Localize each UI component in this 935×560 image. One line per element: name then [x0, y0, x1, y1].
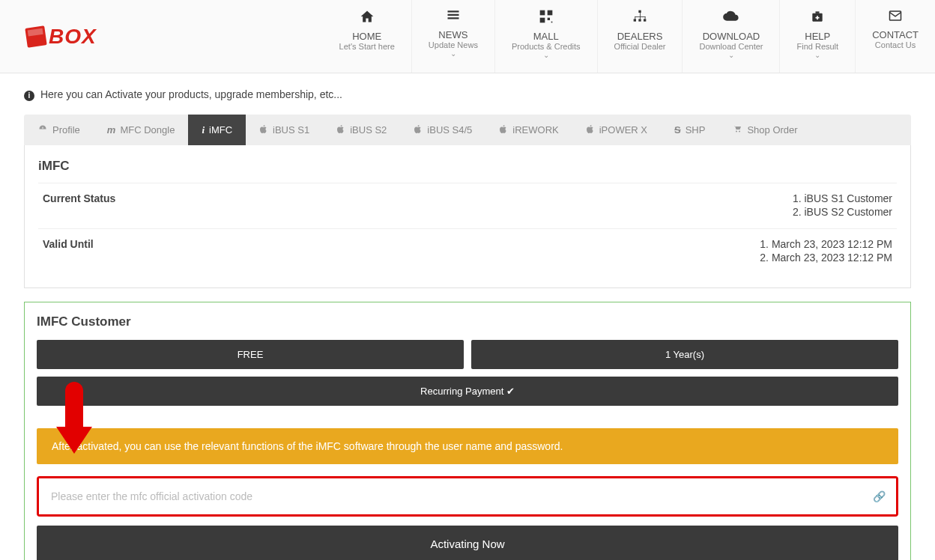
activation-alert: After activated, you can use the relevan… — [37, 428, 898, 464]
svg-rect-20 — [816, 17, 820, 19]
imfc-panel: iMFC Current Status 1. iBUS S1 Customer … — [24, 145, 911, 288]
svg-rect-15 — [640, 16, 641, 19]
tab-mfc-dongle[interactable]: mMFC Dongle — [94, 115, 189, 145]
apple-icon — [259, 124, 268, 136]
nav-download[interactable]: DOWNLOAD Download Center ⌄ — [682, 0, 779, 73]
svg-rect-3 — [539, 10, 545, 16]
m-icon: m — [107, 124, 116, 136]
news-icon — [429, 9, 478, 26]
valid-row: Valid Until 1. March 23, 2023 12:12 PM 2… — [38, 228, 897, 274]
help-icon — [796, 9, 838, 28]
nav-dealers[interactable]: DEALERS Official Dealer — [597, 0, 683, 73]
nav-news[interactable]: NEWS Update News ⌄ — [411, 0, 494, 73]
apple-icon — [499, 124, 508, 136]
chevron-down-icon: ⌄ — [796, 51, 838, 59]
tab-imfc[interactable]: iiMFC — [188, 115, 246, 145]
svg-point-23 — [739, 131, 740, 133]
svg-rect-11 — [634, 19, 636, 21]
cart-icon — [732, 124, 742, 136]
activation-code-input[interactable] — [39, 478, 896, 514]
customer-panel: IMFC Customer FREE 1 Year(s) Recurring P… — [24, 302, 911, 560]
info-icon: i — [24, 91, 34, 101]
activation-input-wrap: 🔗 — [37, 476, 898, 517]
logo[interactable]: BOX — [0, 10, 119, 64]
svg-rect-8 — [638, 10, 641, 13]
svg-rect-13 — [644, 19, 646, 21]
free-button[interactable]: FREE — [37, 340, 464, 369]
dashboard-icon — [37, 124, 48, 136]
tab-ibus-s1[interactable]: iBUS S1 — [246, 115, 323, 145]
svg-rect-12 — [638, 19, 641, 21]
apple-icon — [336, 124, 345, 136]
chevron-down-icon: ⌄ — [699, 51, 763, 59]
nav-mall[interactable]: MALL Products & Credits ⌄ — [494, 0, 597, 73]
svg-rect-5 — [539, 18, 545, 23]
nav-contact[interactable]: CONTACT Contact Us — [855, 0, 935, 73]
svg-rect-1 — [447, 14, 459, 16]
svg-rect-2 — [447, 17, 459, 19]
s-icon: S — [674, 124, 681, 136]
svg-rect-6 — [547, 18, 549, 20]
apple-icon — [414, 124, 423, 136]
tab-ibus-s4-5[interactable]: iBUS S4/5 — [400, 115, 485, 145]
home-icon — [339, 9, 395, 28]
svg-rect-18 — [816, 11, 820, 13]
svg-rect-4 — [547, 10, 552, 16]
apple-icon — [586, 124, 595, 136]
tab-irework[interactable]: iREWORK — [485, 115, 572, 145]
panel-title: iMFC — [38, 159, 897, 174]
status-row: Current Status 1. iBUS S1 Customer 2. iB… — [38, 183, 897, 228]
nav-home[interactable]: HOME Let's Start here — [323, 0, 411, 73]
link-icon: 🔗 — [873, 490, 886, 502]
svg-rect-16 — [645, 16, 646, 19]
tab-ibus-s2[interactable]: iBUS S2 — [323, 115, 400, 145]
svg-rect-7 — [551, 22, 552, 23]
check-icon: ✔ — [506, 386, 515, 397]
svg-rect-0 — [447, 10, 459, 12]
arrow-annotation — [59, 382, 89, 457]
contact-icon — [872, 9, 919, 26]
mall-icon — [512, 9, 581, 28]
svg-point-22 — [736, 131, 737, 133]
tab-shp[interactable]: SSHP — [661, 115, 718, 145]
chevron-down-icon: ⌄ — [429, 49, 478, 58]
svg-rect-9 — [640, 13, 641, 16]
customer-title: IMFC Customer — [37, 314, 898, 329]
nav-help[interactable]: HELP Find Result ⌄ — [779, 0, 855, 73]
period-button[interactable]: 1 Year(s) — [471, 340, 898, 369]
download-icon — [699, 9, 763, 28]
chevron-down-icon: ⌄ — [512, 51, 581, 59]
tab-ipower-x[interactable]: iPOWER X — [572, 115, 661, 145]
tab-shop-order[interactable]: Shop Order — [718, 115, 811, 145]
dealers-icon — [614, 9, 666, 28]
activate-button[interactable]: Activating Now — [37, 526, 898, 560]
info-text: i Here you can Activate your products, u… — [24, 88, 911, 101]
info-icon: i — [202, 124, 205, 136]
tab-profile[interactable]: Profile — [24, 115, 94, 145]
recurring-button[interactable]: Recurring Payment ✔ — [37, 377, 898, 406]
svg-rect-14 — [635, 16, 635, 19]
